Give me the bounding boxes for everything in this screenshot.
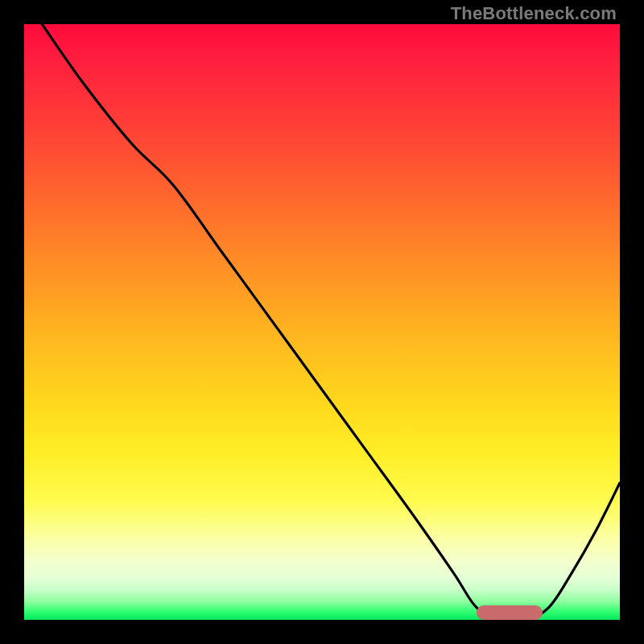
attribution-text: TheBottleneck.com	[451, 3, 617, 24]
chart-frame	[24, 24, 620, 620]
bottleneck-curve-path	[42, 24, 620, 620]
optimal-range-marker	[477, 605, 542, 620]
chart-curve-svg	[24, 24, 620, 620]
